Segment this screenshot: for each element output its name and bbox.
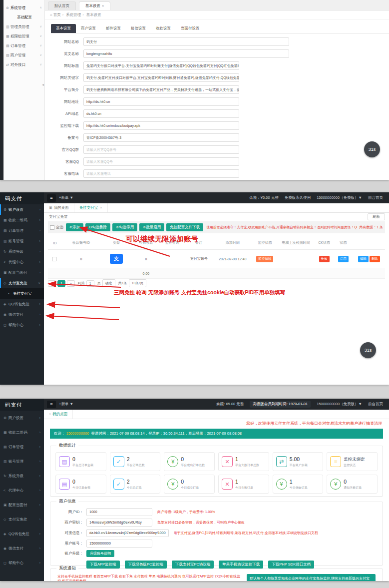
goto-page-input[interactable]: 1 <box>86 280 94 287</box>
toolbar-button[interactable]: ⊕勾选停用 <box>112 223 137 231</box>
download-button[interactable]: 下载支付宝PC协议端 <box>172 561 214 569</box>
sidebar-item[interactable]: ⇄对外接口 ∨ <box>3 60 44 69</box>
settings-tab[interactable]: 商户设置 <box>76 24 101 33</box>
account-dropdown[interactable]: 15000000000（免费版）▼ <box>317 195 362 200</box>
next-page-button[interactable]: » <box>67 280 75 287</box>
settings-tab[interactable]: 收款设置 <box>151 24 176 33</box>
settings-tab[interactable]: 短信设置 <box>126 24 151 33</box>
download-button[interactable]: 下载APP监控端 <box>86 561 120 569</box>
text-input[interactable]: longtengmazhifu <box>83 49 289 58</box>
download-button[interactable]: 下载绿色版PC监控端 <box>125 561 167 569</box>
merchant-field-value[interactable]: 14kmsevrjx9W2m0dgi0exv0URsy <box>86 519 152 527</box>
text-input[interactable]: http://ds.hk0.cn <box>83 97 239 106</box>
sidebar-item[interactable]: ▣配置当面付 › <box>0 498 44 512</box>
text-input[interactable]: 码支付是腾辉网络科技有限公司旗下的免签约支付产品，完美解决支付难题，一站式接入支… <box>83 85 239 94</box>
text-input[interactable]: 请输入客服电话 <box>83 169 239 178</box>
sidebar-item[interactable]: ▥账号管理 › <box>0 236 44 246</box>
tab-basic-settings[interactable]: 基本设置× <box>79 1 110 10</box>
row-checkbox[interactable] <box>52 257 56 261</box>
delete-button[interactable]: 删除 <box>370 256 380 262</box>
accounts-table: ID收款账号ID类型今日收款监控查询备注添加时间监控状态电脑上次检测时间CK状态… <box>48 236 385 279</box>
sidebar-item[interactable]: ◻帮助中心 › <box>0 320 44 330</box>
text-input[interactable]: 请输入官方QQ群号 <box>83 145 239 154</box>
new-order-dropdown[interactable]: +新单 ▼ <box>59 402 73 407</box>
download-button[interactable]: 苹果手机协议监控下载 <box>219 561 263 569</box>
sidebar-item[interactable]: ▥账号管理 › <box>0 454 44 469</box>
text-input[interactable]: http://ds.hk0.cn/mdocs/budpay.apk <box>83 121 239 130</box>
screen-recorder-timer[interactable]: 31s <box>364 141 380 157</box>
tab-alipay-free[interactable]: 免挂支付宝× <box>74 203 108 212</box>
settings-tab[interactable]: 当面付设置 <box>176 24 205 33</box>
sidebar-item[interactable]: ▦收款二维码 › <box>0 425 44 440</box>
toolbar-button[interactable]: ⊕批量启用 <box>139 223 164 231</box>
sidebar-item[interactable]: ◇支付宝免挂 › <box>0 512 44 527</box>
sidebar-item[interactable]: ▦收款二维码 › <box>0 215 44 225</box>
screen-recorder-timer[interactable]: 31s <box>360 342 376 358</box>
field-label: 网站地址 <box>51 99 79 104</box>
frontend-home-link[interactable]: 前台首页 <box>368 195 383 200</box>
merchant-field-value[interactable]: da.hk0.cn/14ecnsvs4vj07zm0dgi0exx900ny/1… <box>86 529 169 537</box>
sidebar-item[interactable]: ↻系统升级 › <box>0 469 44 483</box>
sidebar-collapse-handle[interactable]: ◂ <box>42 82 44 87</box>
merchant-field-value[interactable]: 15000000000 <box>86 540 152 548</box>
sidebar-item[interactable]: ◈QQ钱包免挂 › <box>0 299 44 309</box>
sidebar-item[interactable]: <代理中心 › <box>0 257 44 267</box>
text-input[interactable]: 码支付 <box>83 37 289 46</box>
close-icon[interactable]: × <box>100 205 102 210</box>
toolbar-button[interactable]: ⊕添加 <box>66 223 83 231</box>
sidebar-item[interactable]: ▤订单管理 › <box>0 440 44 454</box>
sidebar-item[interactable]: ▥管理员管理 ∨ <box>3 22 44 31</box>
settings-tab[interactable]: 邮件设置 <box>101 24 126 33</box>
sidebar-item[interactable]: <代理中心 › <box>0 483 44 498</box>
sidebar-item[interactable]: ▤订单管理 ∨ <box>3 41 44 50</box>
sidebar-item[interactable]: ⊛系统管理 ∧ <box>3 3 44 12</box>
settings-tab[interactable]: 基本设置 <box>51 24 76 33</box>
toolbar-button[interactable]: 免挂配置文件下载 <box>166 223 203 231</box>
text-input[interactable]: 免签约支付接口对接平台-支付宝免签约即时到账支付|微信免签约|QQ钱包免签约支付… <box>83 61 239 70</box>
close-icon[interactable]: × <box>102 3 104 8</box>
frontend-home-link[interactable]: 前台首页 <box>368 402 383 407</box>
sidebar-item[interactable]: ◇支付宝免挂 ∨ <box>0 278 44 288</box>
page-1-button[interactable]: 1 <box>57 280 65 287</box>
crumb-home[interactable]: 首页 <box>53 12 61 17</box>
new-order-dropdown[interactable]: +新单 ▼ <box>59 195 73 200</box>
hamburger-icon[interactable]: ≡ <box>47 194 56 202</box>
select-all-checkbox[interactable] <box>50 225 54 230</box>
page-size-select[interactable]: 10条/页 <box>129 279 147 287</box>
prev-page-button[interactable]: « <box>48 280 56 287</box>
refresh-button[interactable]: 刷新 <box>368 213 385 220</box>
sidebar-item[interactable]: ↻系统升级 › <box>0 246 44 257</box>
sidebar-item[interactable]: ◻帮助中心 › <box>0 556 44 570</box>
sidebar-item[interactable]: ⚙账户设置 › <box>0 204 44 215</box>
crumb-system[interactable]: 系统管理 <box>66 12 81 17</box>
goto-confirm-button[interactable]: 确定 <box>102 279 115 287</box>
edit-button[interactable]: 编辑 <box>358 256 369 262</box>
menu-icon: ◉ <box>3 541 8 556</box>
tab-desktop[interactable]: ⌂我的桌面 <box>44 410 73 419</box>
sidebar-item[interactable]: ▧商户管理 ∨ <box>3 50 44 60</box>
sidebar-item[interactable]: ▤订单管理 › <box>0 225 44 236</box>
upgrade-chip-button[interactable]: 升级账号说明 <box>86 550 114 557</box>
sidebar-item[interactable]: ▣配置当面付 › <box>0 267 44 278</box>
download-button[interactable]: 下载PHP SDK接口文档 <box>268 561 314 569</box>
select-all-label[interactable]: 全选 <box>56 225 63 230</box>
sidebar-item[interactable]: 基础配置 <box>3 12 44 22</box>
sidebar-item[interactable]: ⚙商户设置 › <box>0 411 44 425</box>
text-input[interactable]: 青ICP备20004567号-3 <box>83 133 239 142</box>
hamburger-icon[interactable]: ≡ <box>47 401 56 408</box>
tab-home[interactable]: 默认首页 <box>48 1 76 10</box>
text-input[interactable]: 码支付,免签约支付接口对接平台,支付宝免签约即时到账,财付通免签约,微信免签约支… <box>83 73 239 82</box>
account-dropdown[interactable]: 15000000000（免费版）▼ <box>317 402 362 407</box>
menu-label: 对外接口 <box>10 62 25 67</box>
tab-desktop[interactable]: ▣我的桌面 <box>44 203 74 212</box>
sidebar-item[interactable]: ›免挂支付宝 <box>0 288 44 299</box>
sidebar-item[interactable]: ◈QQ钱包免挂 › <box>0 527 44 541</box>
sidebar-item[interactable]: ◉微信支付 › <box>0 309 44 320</box>
toolbar-button[interactable]: ⊖勾选删除 <box>85 223 110 231</box>
menu-icon: ▥ <box>3 236 8 246</box>
merchant-field-value[interactable]: 1000 <box>86 508 152 516</box>
text-input[interactable]: 请输入客服QQ号 <box>83 157 239 166</box>
sidebar-item[interactable]: ▦权限组管理 ∨ <box>3 31 44 41</box>
sidebar-item[interactable]: ◉微信支付 › <box>0 541 44 556</box>
text-input[interactable]: ds.hk0.cn <box>83 109 239 118</box>
